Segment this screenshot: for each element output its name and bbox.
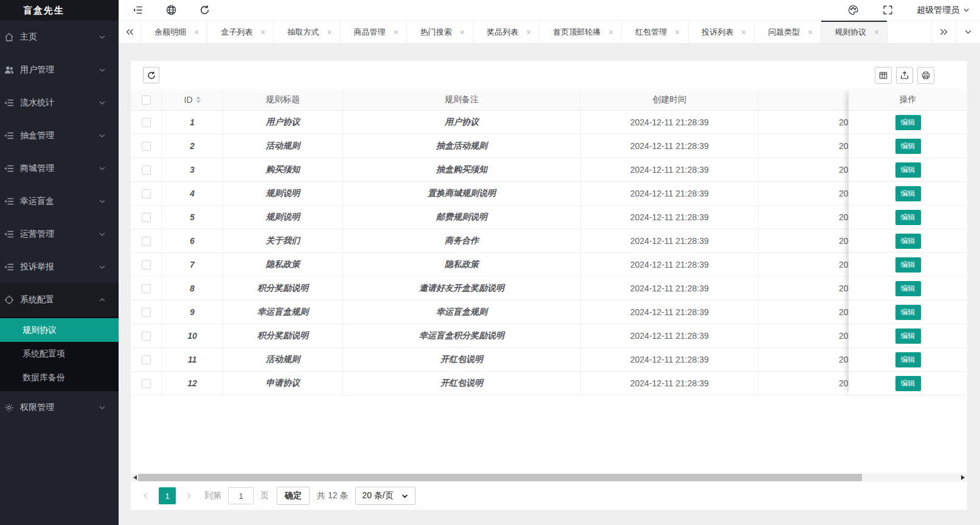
edit-button[interactable]: 编辑 [895,234,921,249]
sidebar-item-抽盒管理[interactable]: 抽盒管理 [0,119,119,152]
close-icon[interactable]: × [874,28,879,37]
close-icon[interactable]: × [742,28,746,37]
edit-button[interactable]: 编辑 [895,115,921,130]
row-checkbox-cell [131,372,162,395]
tab-规则协议[interactable]: 规则协议× [821,21,888,43]
goto-page-input[interactable] [228,487,254,504]
row-checkbox[interactable] [142,284,151,293]
list-icon [4,163,15,174]
tab-盒子列表[interactable]: 盒子列表× [207,21,274,43]
collapse-sidebar-icon[interactable] [132,4,144,16]
select-all-checkbox[interactable] [142,96,151,105]
close-icon[interactable]: × [526,28,531,37]
prev-page-button[interactable] [138,487,154,504]
export-button[interactable] [896,67,913,84]
row-checkbox[interactable] [142,308,151,317]
tab-list: 余额明细×盒子列表×抽取方式×商品管理×热门搜索×奖品列表×首页顶部轮播×红包管… [141,21,931,43]
edit-button[interactable]: 编辑 [895,329,921,344]
row-checkbox[interactable] [142,237,151,246]
cell-id: 7 [162,253,223,276]
sidebar-item-系统配置[interactable]: 系统配置 [0,283,119,316]
fullscreen-icon[interactable] [882,4,894,16]
sidebar-item-权限管理[interactable]: 权限管理 [0,391,119,424]
row-checkbox[interactable] [142,213,151,222]
table-scroll-region: ID规则标题规则备注创建时间1用户协议用户协议2024-12-11 21:28:… [131,89,938,395]
tabs-scroll-right-button[interactable] [931,21,956,43]
tab-奖品列表[interactable]: 奖品列表× [473,21,540,43]
edit-button[interactable]: 编辑 [895,210,921,225]
row-checkbox[interactable] [142,142,151,151]
cell-rule-title: 活动规则 [223,134,343,158]
sidebar-subitem-数据库备份[interactable]: 数据库备份 [0,366,119,389]
next-page-button[interactable] [181,487,196,504]
horizontal-scrollbar[interactable] [131,473,967,482]
close-icon[interactable]: × [460,28,465,37]
sidebar-item-label: 流水统计 [20,97,98,108]
language-globe-icon[interactable] [165,4,177,16]
row-checkbox[interactable] [142,165,151,175]
close-icon[interactable]: × [194,28,199,37]
edit-button[interactable]: 编辑 [895,257,921,273]
row-checkbox[interactable] [142,118,151,127]
edit-button[interactable]: 编辑 [895,186,921,201]
sidebar-item-投诉举报[interactable]: 投诉举报 [0,251,119,283]
scrollbar-thumb[interactable] [138,474,862,481]
sidebar-item-用户管理[interactable]: 用户管理 [0,54,119,86]
theme-palette-icon[interactable] [847,4,859,16]
edit-button[interactable]: 编辑 [895,162,921,178]
sidebar-group: 系统配置规则协议系统配置项数据库备份 [0,283,119,391]
print-button[interactable] [917,67,934,84]
tabs-scroll-left-button[interactable] [119,21,141,43]
edit-button[interactable]: 编辑 [895,305,921,320]
sidebar-item-主页[interactable]: 主页 [0,21,119,54]
sort-icon[interactable] [196,96,201,103]
close-icon[interactable]: × [608,28,613,37]
row-checkbox[interactable] [142,260,151,269]
row-checkbox[interactable] [142,332,151,341]
scroll-right-arrow-icon[interactable] [961,475,965,480]
tab-抽取方式[interactable]: 抽取方式× [274,21,340,43]
edit-button[interactable]: 编辑 [895,139,921,154]
close-icon[interactable]: × [394,28,398,37]
close-icon[interactable]: × [675,28,679,37]
row-checkbox[interactable] [142,379,151,388]
edit-button[interactable]: 编辑 [895,281,921,296]
edit-button[interactable]: 编辑 [895,376,921,391]
tab-首页顶部轮播[interactable]: 首页顶部轮播× [540,21,622,43]
edit-button[interactable]: 编辑 [895,352,921,367]
tab-投诉列表[interactable]: 投诉列表× [689,21,755,43]
list-icon [4,97,15,108]
cell-id: 12 [162,372,223,395]
row-checkbox[interactable] [142,189,151,198]
close-icon[interactable]: × [327,28,332,37]
page-size-select[interactable]: 20 条/页 [355,487,415,505]
column-settings-button[interactable] [875,67,892,84]
tab-红包管理[interactable]: 红包管理× [622,21,688,43]
sidebar-item-商城管理[interactable]: 商城管理 [0,152,119,185]
refresh-icon[interactable] [199,4,210,16]
scroll-left-arrow-icon[interactable] [133,475,137,480]
tab-label: 投诉列表 [702,27,734,38]
rule-remark-value: 幸运盲盒规则 [436,307,487,318]
page-number-button[interactable]: 1 [159,487,176,504]
sidebar-subitem-系统配置项[interactable]: 系统配置项 [0,342,119,366]
close-icon[interactable]: × [260,28,265,37]
table-refresh-button[interactable] [143,67,159,83]
tab-商品管理[interactable]: 商品管理× [341,21,407,43]
tab-热门搜索[interactable]: 热门搜索× [407,21,473,43]
rule-remark-value: 幸运盲盒积分奖励说明 [419,330,504,341]
chevron-down-icon [98,263,106,271]
row-checkbox[interactable] [142,355,151,364]
sidebar-item-幸运盲盒[interactable]: 幸运盲盒 [0,185,119,218]
close-icon[interactable]: × [808,28,813,37]
user-menu[interactable]: 超级管理员 [917,5,970,16]
tab-问题类型[interactable]: 问题类型× [755,21,821,43]
goto-confirm-button[interactable]: 确定 [277,487,310,505]
tab-余额明细[interactable]: 余额明细× [141,21,207,43]
tabs-more-button[interactable] [956,21,980,43]
tab-label: 商品管理 [354,27,386,38]
sidebar-item-流水统计[interactable]: 流水统计 [0,86,119,119]
sidebar-item-运营管理[interactable]: 运营管理 [0,218,119,251]
sidebar-subitem-规则协议[interactable]: 规则协议 [0,318,119,342]
header-actions: 操作 [849,89,967,111]
